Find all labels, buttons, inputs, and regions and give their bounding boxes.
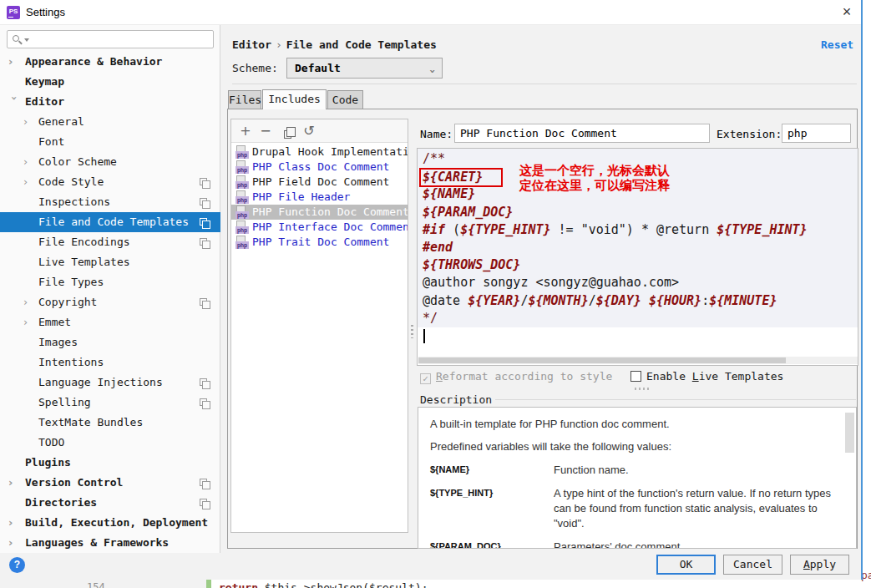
sidebar-item-inspections[interactable]: Inspections — [0, 192, 220, 212]
help-button[interactable]: ? — [9, 557, 25, 573]
sidebar-item-label: Spelling — [38, 393, 91, 413]
revert-template-button[interactable]: ↺ — [300, 122, 318, 140]
settings-search-input[interactable] — [33, 32, 208, 47]
ok-button[interactable]: OK — [656, 555, 716, 575]
template-extension-input[interactable] — [782, 124, 851, 143]
sidebar-item-general[interactable]: ›General — [0, 112, 220, 132]
scheme-dropdown[interactable]: Default › — [286, 58, 443, 79]
description-variable-table: ${NAME}Function name.${TYPE_HINT}A type … — [430, 463, 839, 549]
enable-live-templates-checkbox[interactable]: Enable Live Templates — [630, 370, 783, 383]
variable-description: Function name. — [554, 463, 839, 478]
close-icon[interactable]: × — [835, 2, 858, 23]
sidebar-item-live-templates[interactable]: Live Templates — [0, 252, 220, 272]
sidebar-item-textmate-bundles[interactable]: TextMate Bundles — [0, 413, 220, 433]
sidebar-item-directories[interactable]: Directories — [0, 493, 220, 513]
scrollbar-thumb[interactable] — [418, 357, 786, 363]
sidebar-item-language-injections[interactable]: Language Injections — [0, 373, 220, 393]
reformat-checkbox: ✓Reformat according to style — [420, 370, 612, 384]
chevron-right-icon[interactable]: › — [23, 312, 28, 332]
chevron-right-icon[interactable]: › — [23, 152, 28, 172]
template-list: phpDrupal Hook Implementation DphpPHP Cl… — [231, 144, 408, 250]
chevron-right-icon[interactable]: › — [8, 52, 13, 72]
breadcrumb-root: Editor — [232, 38, 271, 51]
code-line: ${THROWS_DOC} — [423, 256, 808, 274]
tab-code[interactable]: Code — [327, 90, 363, 109]
splitter-handle-horizontal[interactable] — [635, 388, 651, 390]
checkbox-unchecked[interactable] — [630, 371, 641, 382]
chevron-right-icon[interactable]: › — [23, 172, 28, 192]
red-annotation: 这是一个空行，光标会默认 定位在这里，可以编写注释 — [519, 163, 670, 193]
ide-gutter — [0, 580, 210, 588]
code-segment: ${DAY} — [596, 293, 641, 308]
template-code-editor[interactable]: /**${CARET}${NAME}${PARAM_DOC}#if (${TYP… — [417, 148, 858, 366]
template-item-php-file-header[interactable]: phpPHP File Header — [231, 190, 408, 205]
add-template-button[interactable]: + — [236, 122, 255, 140]
template-item-php-function-doc-comment[interactable]: phpPHP Function Doc Comment — [231, 205, 408, 220]
template-item-php-field-doc-comment[interactable]: phpPHP Field Doc Comment — [231, 175, 408, 190]
sidebar-item-file-encodings[interactable]: File Encodings — [0, 232, 220, 252]
tab-files[interactable]: Files — [228, 90, 261, 109]
template-item-php-interface-doc-comment[interactable]: phpPHP Interface Doc Comment — [231, 220, 408, 235]
ide-code-keyword: return — [219, 581, 258, 588]
sidebar-item-file-and-code-templates[interactable]: File and Code Templates — [0, 212, 220, 232]
code-line: ${PARAM_DOC} — [423, 204, 808, 221]
code-segment: ${TYPE_HINT} — [460, 222, 550, 237]
sidebar-item-color-scheme[interactable]: ›Color Scheme — [0, 152, 220, 172]
sidebar-item-languages-frameworks[interactable]: ›Languages & Frameworks — [0, 533, 220, 553]
template-item-label: PHP Function Doc Comment — [252, 205, 408, 220]
code-segment: #if — [423, 222, 445, 237]
sidebar-item-appearance-behavior[interactable]: ›Appearance & Behavior — [0, 52, 220, 72]
sidebar-item-copyright[interactable]: ›Copyright — [0, 292, 220, 312]
editor-horizontal-scrollbar[interactable] — [418, 357, 858, 364]
sidebar-item-label: File Encodings — [38, 232, 130, 252]
sidebar-item-keymap[interactable]: Keymap — [0, 72, 220, 92]
apply-button[interactable]: Apply — [790, 555, 849, 575]
cancel-button[interactable]: Cancel — [723, 555, 782, 575]
tab-includes[interactable]: Includes — [262, 89, 327, 109]
phpstorm-logo-icon: PS — [7, 6, 20, 19]
sidebar-item-version-control[interactable]: ›Version Control — [0, 473, 220, 493]
template-item-drupal-hook-implementation-d[interactable]: phpDrupal Hook Implementation D — [231, 144, 408, 160]
sidebar-item-font[interactable]: Font — [0, 132, 220, 152]
copy-template-button[interactable] — [278, 122, 296, 140]
template-item-php-trait-doc-comment[interactable]: phpPHP Trait Doc Comment — [231, 235, 408, 250]
sidebar-item-intentions[interactable]: Intentions — [0, 352, 220, 373]
title-bar: PS Settings × — [0, 0, 861, 25]
sidebar-item-spelling[interactable]: Spelling — [0, 393, 220, 413]
variable-name: ${PARAM_DOC} — [430, 540, 554, 549]
sidebar-item-editor[interactable]: ›Editor — [0, 92, 220, 112]
sidebar-item-code-style[interactable]: ›Code Style — [0, 172, 220, 192]
splitter-handle[interactable] — [411, 325, 413, 338]
sidebar-item-emmet[interactable]: ›Emmet — [0, 312, 220, 332]
template-item-php-class-doc-comment[interactable]: phpPHP Class Doc Comment — [231, 160, 408, 175]
reset-link[interactable]: Reset — [821, 38, 853, 51]
chevron-down-icon[interactable]: › — [4, 96, 24, 100]
sidebar-item-file-types[interactable]: File Types — [0, 272, 220, 292]
sidebar-item-todo[interactable]: TODO — [0, 433, 220, 453]
code-line: #end — [423, 239, 808, 256]
breadcrumb-separator: › — [271, 38, 286, 51]
template-item-label: Drupal Hook Implementation D — [252, 144, 408, 160]
sidebar-item-build-execution-deployment[interactable]: ›Build, Execution, Deployment — [0, 513, 220, 533]
chevron-right-icon[interactable]: › — [23, 112, 28, 132]
remove-template-button[interactable]: − — [256, 122, 275, 140]
chevron-right-icon[interactable]: › — [8, 533, 13, 553]
sidebar-item-images[interactable]: Images — [0, 332, 220, 352]
chevron-right-icon[interactable]: › — [8, 473, 13, 493]
code-line: @author songyz <songyz@guahao.com> — [423, 274, 808, 291]
search-filter-arrow-icon — [24, 38, 29, 42]
code-segment: ${TYPE_HINT} — [717, 222, 807, 237]
sidebar-item-plugins[interactable]: Plugins — [0, 453, 220, 473]
window-title: Settings — [26, 6, 65, 18]
settings-search-box[interactable] — [7, 30, 214, 48]
background-ide-right-strip: pa — [863, 0, 871, 588]
php-file-icon: php — [235, 145, 249, 159]
settings-dialog: PS Settings × ›Appearance & BehaviorKeym… — [0, 0, 863, 580]
chevron-right-icon[interactable]: › — [23, 292, 28, 312]
sidebar-item-label: Version Control — [25, 473, 123, 493]
template-name-input[interactable] — [454, 124, 710, 143]
scheme-label: Scheme: — [232, 62, 278, 74]
chevron-right-icon[interactable]: › — [8, 513, 13, 533]
description-scrollbar-thumb[interactable] — [845, 413, 854, 453]
description-divider — [495, 399, 856, 400]
